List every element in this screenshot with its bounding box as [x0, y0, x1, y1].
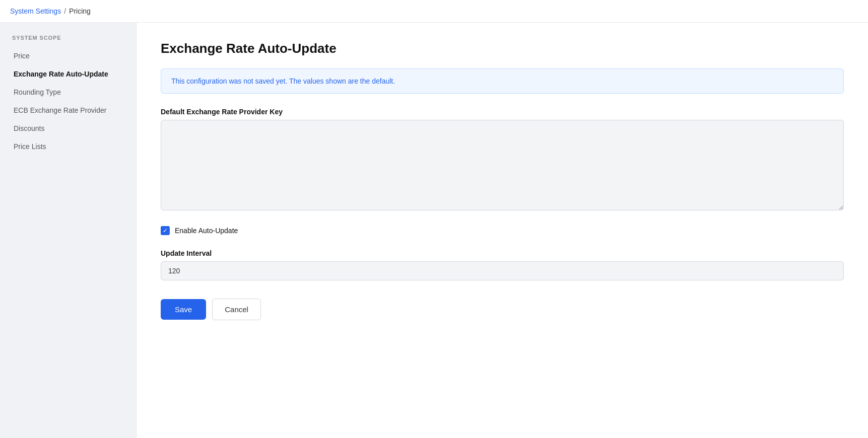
info-banner: This configuration was not saved yet. Th… — [161, 68, 844, 94]
update-interval-label: Update Interval — [161, 249, 844, 257]
update-interval-input[interactable] — [161, 261, 844, 280]
sidebar: SYSTEM SCOPE Price Exchange Rate Auto-Up… — [0, 23, 136, 438]
sidebar-item-price[interactable]: Price — [0, 47, 136, 65]
sidebar-item-rounding-type[interactable]: Rounding Type — [0, 83, 136, 101]
save-button[interactable]: Save — [161, 299, 206, 320]
checkmark-icon: ✓ — [163, 228, 168, 234]
sidebar-item-discounts[interactable]: Discounts — [0, 119, 136, 137]
main-content: Exchange Rate Auto-Update This configura… — [136, 23, 868, 438]
breadcrumb-current: Pricing — [69, 7, 91, 15]
breadcrumb-link[interactable]: System Settings — [10, 7, 61, 15]
cancel-button[interactable]: Cancel — [212, 299, 261, 320]
breadcrumb-separator: / — [64, 7, 66, 15]
checkbox-label[interactable]: Enable Auto-Update — [175, 227, 238, 235]
sidebar-scope-label: SYSTEM SCOPE — [0, 35, 136, 47]
checkbox-row: ✓ Enable Auto-Update — [161, 226, 844, 235]
info-banner-text: This configuration was not saved yet. Th… — [171, 77, 395, 85]
sidebar-item-exchange-rate-auto-update[interactable]: Exchange Rate Auto-Update — [0, 65, 136, 83]
breadcrumb: System Settings / Pricing — [0, 0, 868, 23]
enable-auto-update-checkbox[interactable]: ✓ — [161, 226, 170, 235]
sidebar-item-price-lists[interactable]: Price Lists — [0, 137, 136, 156]
page-title: Exchange Rate Auto-Update — [161, 41, 844, 56]
provider-key-label: Default Exchange Rate Provider Key — [161, 108, 844, 116]
sidebar-item-ecb-exchange-rate-provider[interactable]: ECB Exchange Rate Provider — [0, 101, 136, 119]
provider-key-textarea[interactable] — [161, 120, 844, 210]
button-row: Save Cancel — [161, 299, 844, 320]
